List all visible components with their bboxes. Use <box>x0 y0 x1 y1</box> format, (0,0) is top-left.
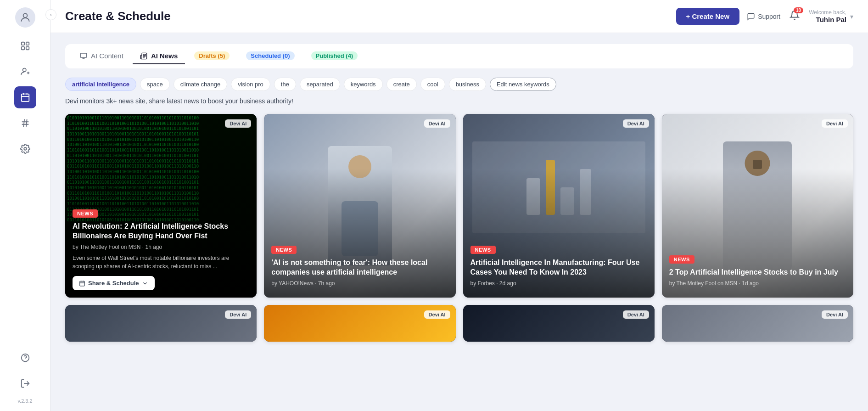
add-user-icon[interactable] <box>14 61 36 83</box>
scheduled-badge: Scheduled (0) <box>246 51 294 60</box>
support-label: Support <box>758 13 780 20</box>
ai-content-icon <box>80 52 87 60</box>
chevron-down-icon: ▾ <box>850 13 853 20</box>
card-source-2: by YAHOO!News · 7h ago <box>271 280 448 287</box>
notification-button[interactable]: 10 <box>790 10 800 23</box>
news-card-7[interactable]: Devi AI <box>463 305 655 342</box>
header: Create & Schedule + Create New Support 1… <box>50 0 868 33</box>
tab-ai-content[interactable]: AI Content <box>73 48 131 64</box>
devi-badge-2: Devi AI <box>424 119 450 128</box>
card-content-2: NEWS 'AI is not something to fear': How … <box>264 238 455 298</box>
create-new-button[interactable]: + Create New <box>676 8 740 25</box>
info-text: Devi monitors 3k+ news site, share lates… <box>65 97 853 105</box>
card-content-4: NEWS 2 Top Artificial Intelligence Stock… <box>662 248 853 298</box>
keyword-space[interactable]: space <box>140 78 170 91</box>
svg-rect-3 <box>21 47 24 50</box>
keyword-climate-change[interactable]: climate change <box>174 78 227 91</box>
keyword-keywords[interactable]: keywords <box>344 78 383 91</box>
news-card-5[interactable]: Devi AI <box>65 305 257 342</box>
card-news-badge-1: NEWS <box>73 209 98 218</box>
card-title-4: 2 Top Artificial Intelligence Stocks to … <box>669 267 846 277</box>
devi-badge-7: Devi AI <box>623 310 649 319</box>
page-title: Create & Schedule <box>65 9 669 23</box>
tab-ai-content-label: AI Content <box>91 52 123 60</box>
settings-icon[interactable] <box>14 138 36 160</box>
card-content-3: NEWS Artificial Intelligence In Manufact… <box>463 238 655 298</box>
dashboard-icon[interactable] <box>14 35 36 57</box>
devi-badge-8: Devi AI <box>822 310 848 319</box>
keyword-business[interactable]: business <box>449 78 486 91</box>
tab-ai-news-label: AI News <box>151 52 178 60</box>
svg-rect-1 <box>21 42 24 45</box>
tab-scheduled[interactable]: Scheduled (0) <box>239 48 302 65</box>
drafts-badge: Drafts (5) <box>194 51 230 60</box>
share-icon <box>79 280 85 287</box>
keyword-cool[interactable]: cool <box>420 78 445 91</box>
card-source-3: by Forbes · 2d ago <box>470 280 647 287</box>
card-news-badge-3: NEWS <box>470 246 496 254</box>
svg-rect-2 <box>26 42 28 45</box>
header-actions: Support 10 Welcome back, Tuhin Pal ▾ <box>747 9 853 23</box>
published-badge: Published (4) <box>311 51 358 60</box>
ai-news-icon <box>140 52 147 60</box>
svg-point-0 <box>23 13 27 17</box>
sidebar-toggle[interactable]: › <box>45 9 56 20</box>
user-name-text: Tuhin Pal <box>809 16 846 23</box>
svg-rect-4 <box>26 47 28 50</box>
svg-rect-11 <box>80 281 85 286</box>
card-source-1: by The Motley Fool on MSN · 1h ago <box>73 244 249 250</box>
tabs-bar: AI Content AI News Drafts (5) Scheduled … <box>65 44 853 68</box>
svg-point-5 <box>22 68 26 72</box>
card-description-1: Even some of Wall Street's most notable … <box>73 254 249 270</box>
user-menu[interactable]: Welcome back, Tuhin Pal ▾ <box>809 9 853 23</box>
content-area: AI Content AI News Drafts (5) Scheduled … <box>50 33 868 411</box>
news-card-6[interactable]: Devi AI <box>264 305 455 342</box>
svg-rect-6 <box>21 94 29 102</box>
devi-badge-4: Devi AI <box>822 119 848 128</box>
devi-badge-1: Devi AI <box>225 119 251 128</box>
card-title-3: Artificial Intelligence In Manufacturing… <box>470 258 647 277</box>
support-icon <box>747 12 755 21</box>
sidebar: › <box>0 0 50 411</box>
keyword-create[interactable]: create <box>386 78 417 91</box>
devi-badge-6: Devi AI <box>424 310 450 319</box>
version-label: v.2.3.2 <box>17 398 32 404</box>
news-card-8[interactable]: Devi AI <box>662 305 853 342</box>
chevron-down-icon-1 <box>142 280 148 287</box>
news-grid-row2: Devi AI Devi AI Devi AI Devi AI <box>65 305 853 342</box>
user-welcome-text: Welcome back, <box>809 9 846 16</box>
news-card-3[interactable]: Devi AI NEWS Artificial Intelligence In … <box>463 114 655 298</box>
keyword-vision-pro[interactable]: vision pro <box>231 78 270 91</box>
news-card-1[interactable]: 0100101010010110101001101010011010100110… <box>65 114 257 298</box>
card-content-1: NEWS AI Revolution: 2 Artificial Intelli… <box>65 202 257 298</box>
support-button[interactable]: Support <box>747 12 780 21</box>
tab-ai-news[interactable]: AI News <box>133 48 185 64</box>
tab-drafts[interactable]: Drafts (5) <box>187 48 237 65</box>
card-source-4: by The Motley Fool on MSN · 1d ago <box>669 280 846 287</box>
keyword-the[interactable]: the <box>274 78 296 91</box>
svg-rect-10 <box>80 53 86 57</box>
logout-icon[interactable] <box>14 372 36 394</box>
card-title-2: 'AI is not something to fear': How these… <box>271 258 448 277</box>
card-title-1: AI Revolution: 2 Artificial Intelligence… <box>73 221 249 241</box>
calendar-icon[interactable] <box>14 86 36 108</box>
keyword-separated[interactable]: separated <box>300 78 340 91</box>
news-grid: 0100101010010110101001101010011010100110… <box>65 114 853 298</box>
keywords-row: artificial intelligence space climate ch… <box>65 78 853 91</box>
news-card-2[interactable]: Devi AI NEWS 'AI is not something to fea… <box>264 114 455 298</box>
devi-badge-5: Devi AI <box>225 310 251 319</box>
hashtag-icon[interactable] <box>14 112 36 134</box>
edit-keywords-button[interactable]: Edit news keywords <box>490 78 556 91</box>
main-content: Create & Schedule + Create New Support 1… <box>50 0 868 411</box>
keyword-artificial-intelligence[interactable]: artificial intelligence <box>65 78 136 91</box>
news-card-4[interactable]: Devi AI NEWS 2 Top Artificial Intelligen… <box>662 114 853 298</box>
tab-published[interactable]: Published (4) <box>304 48 365 65</box>
share-schedule-button-1[interactable]: Share & Schedule <box>73 276 155 290</box>
svg-point-7 <box>24 147 27 150</box>
help-icon[interactable] <box>14 347 36 369</box>
avatar <box>15 7 35 28</box>
notification-badge: 10 <box>794 7 803 13</box>
card-news-badge-2: NEWS <box>271 246 297 254</box>
card-news-badge-4: NEWS <box>669 255 694 264</box>
devi-badge-3: Devi AI <box>623 119 649 128</box>
